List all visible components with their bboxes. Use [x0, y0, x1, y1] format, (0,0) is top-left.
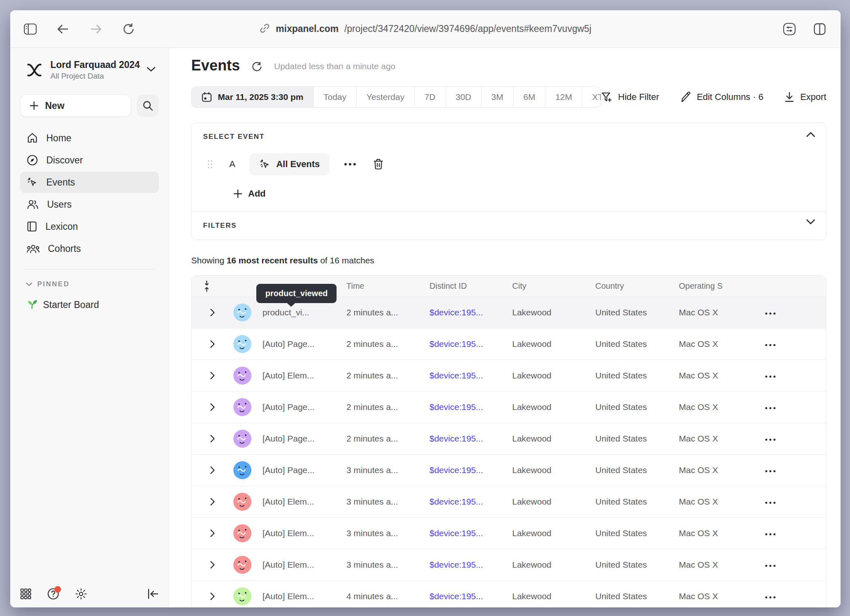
search-button[interactable]	[137, 95, 159, 117]
sidebar-item-users[interactable]: Users	[20, 194, 159, 215]
table-actions: Hide Filter Edit Columns · 6 Export	[601, 92, 826, 102]
distinct-id-link[interactable]: $device:195...	[418, 371, 501, 380]
expand-row-icon[interactable]	[210, 340, 215, 348]
row-more-icon[interactable]	[765, 310, 775, 316]
expand-row-icon[interactable]	[210, 403, 215, 411]
distinct-id-link[interactable]: $device:195...	[418, 339, 501, 349]
distinct-id-link[interactable]: $device:195...	[418, 434, 501, 444]
range-3m[interactable]: 3M	[482, 87, 513, 107]
range-12m[interactable]: 12M	[545, 87, 582, 107]
sidebar-item-label: Discover	[46, 155, 83, 166]
collapse-rows-icon[interactable]	[192, 280, 222, 292]
table-row[interactable]: [Auto] Page... 3 minutes a... $device:19…	[192, 455, 826, 486]
row-more-icon[interactable]	[765, 341, 775, 347]
collapse-sidebar-icon[interactable]	[147, 589, 159, 599]
distinct-id-link[interactable]: $device:195...	[418, 528, 501, 538]
range-30d[interactable]: 30D	[446, 87, 482, 107]
forward-icon[interactable]	[89, 22, 103, 36]
new-button[interactable]: New	[20, 95, 131, 117]
hide-filter-button[interactable]: Hide Filter	[601, 92, 659, 102]
pencil-icon	[680, 92, 691, 102]
refresh-results-icon[interactable]	[251, 61, 262, 72]
range-xtd[interactable]: XTD	[582, 87, 601, 107]
row-more-icon[interactable]	[765, 436, 775, 442]
distinct-id-link[interactable]: $device:195...	[418, 591, 501, 601]
column-header-distinct-id[interactable]: Distinct ID	[418, 281, 501, 291]
table-row[interactable]: [Auto] Elem... 2 minutes a... $device:19…	[192, 360, 826, 392]
export-button[interactable]: Export	[784, 92, 826, 102]
sidebar-item-events[interactable]: Events	[20, 172, 159, 193]
back-icon[interactable]	[56, 22, 70, 36]
column-header-os[interactable]: Operating S	[668, 281, 751, 291]
distinct-id-link[interactable]: $device:195...	[418, 465, 501, 475]
distinct-id-link[interactable]: $device:195...	[418, 402, 501, 412]
table-row[interactable]: [Auto] Elem... 3 minutes a... $device:19…	[192, 486, 826, 518]
expand-row-icon[interactable]	[210, 561, 215, 569]
event-avatar	[233, 524, 251, 542]
expand-row-icon[interactable]	[210, 371, 215, 380]
seedling-icon	[27, 299, 37, 310]
row-more-icon[interactable]	[765, 373, 775, 379]
row-more-icon[interactable]	[765, 404, 775, 410]
event-more-icon[interactable]	[344, 163, 356, 165]
filter-icon	[601, 92, 613, 102]
edit-columns-button[interactable]: Edit Columns · 6	[680, 92, 764, 102]
expand-row-icon[interactable]	[210, 498, 215, 506]
expand-row-icon[interactable]	[210, 308, 215, 317]
event-selector-chip[interactable]: All Events	[249, 153, 330, 175]
distinct-id-link[interactable]: $device:195...	[418, 560, 501, 570]
date-label: Mar 11, 2025 3:30 pm	[218, 92, 303, 102]
table-row[interactable]: [Auto] Page... 2 minutes a... $device:19…	[192, 423, 826, 455]
table-row[interactable]: [Auto] Elem... 3 minutes a... $device:19…	[192, 549, 826, 581]
trash-icon[interactable]	[373, 159, 384, 170]
expand-row-icon[interactable]	[210, 592, 215, 600]
help-icon[interactable]	[47, 588, 59, 600]
sidebar-toggle-icon[interactable]	[23, 22, 37, 36]
range-yesterday[interactable]: Yesterday	[357, 87, 415, 107]
row-more-icon[interactable]	[765, 593, 775, 600]
expand-row-icon[interactable]	[210, 529, 215, 537]
distinct-id-link[interactable]: $device:195...	[418, 497, 501, 507]
browser-extra-controls	[782, 22, 827, 36]
date-picker-button[interactable]: Mar 11, 2025 3:30 pm	[192, 87, 314, 107]
range-today[interactable]: Today	[314, 87, 357, 107]
range-7d[interactable]: 7D	[415, 87, 446, 107]
table-row[interactable]: [Auto] Page... 2 minutes a... $device:19…	[192, 392, 826, 423]
column-header-country[interactable]: Country	[584, 281, 668, 291]
expand-section-icon[interactable]	[806, 219, 815, 226]
split-view-icon[interactable]	[813, 22, 827, 36]
row-more-icon[interactable]	[765, 499, 775, 505]
table-row[interactable]: [Auto] Elem... 3 minutes a... $device:19…	[192, 518, 826, 549]
row-more-icon[interactable]	[765, 467, 775, 473]
expand-row-icon[interactable]	[210, 435, 215, 443]
table-row[interactable]: [Auto] Elem... 4 minutes a... $device:19…	[192, 581, 826, 607]
page-settings-icon[interactable]	[782, 22, 796, 36]
event-time: 3 minutes a...	[335, 497, 418, 507]
sidebar-item-lexicon[interactable]: Lexicon	[20, 216, 159, 237]
table-row[interactable]: [Auto] Page... 2 minutes a... $device:19…	[192, 328, 826, 360]
sidebar-item-label: Events	[46, 177, 75, 188]
distinct-id-link[interactable]: $device:195...	[418, 308, 501, 317]
collapse-section-icon[interactable]	[806, 132, 815, 138]
row-more-icon[interactable]	[765, 562, 775, 568]
search-icon	[142, 100, 153, 111]
column-header-time[interactable]: Time	[335, 281, 418, 291]
sidebar-item-discover[interactable]: Discover	[20, 149, 159, 171]
apps-grid-icon[interactable]	[20, 588, 32, 600]
address-bar[interactable]: mixpanel.com/project/3472420/view/397469…	[260, 23, 592, 35]
row-more-icon[interactable]	[765, 530, 775, 537]
workspace-switcher[interactable]: Lord Farquaad 2024 All Project Data	[20, 57, 159, 83]
drag-handle-icon[interactable]	[207, 159, 213, 169]
add-event-button[interactable]: Add	[233, 188, 266, 199]
expand-row-icon[interactable]	[210, 466, 215, 474]
settings-gear-icon[interactable]	[75, 588, 87, 600]
refresh-icon[interactable]	[122, 22, 136, 36]
range-6m[interactable]: 6M	[513, 87, 545, 107]
sidebar-item-home[interactable]: Home	[20, 127, 159, 149]
link-icon	[260, 23, 270, 35]
sidebar-item-cohorts[interactable]: Cohorts	[20, 238, 159, 259]
event-avatar	[233, 556, 251, 574]
pinned-section-toggle[interactable]: PINNED	[26, 280, 159, 288]
sidebar-item-starter-board[interactable]: Starter Board	[20, 294, 159, 315]
column-header-city[interactable]: City	[501, 281, 584, 291]
